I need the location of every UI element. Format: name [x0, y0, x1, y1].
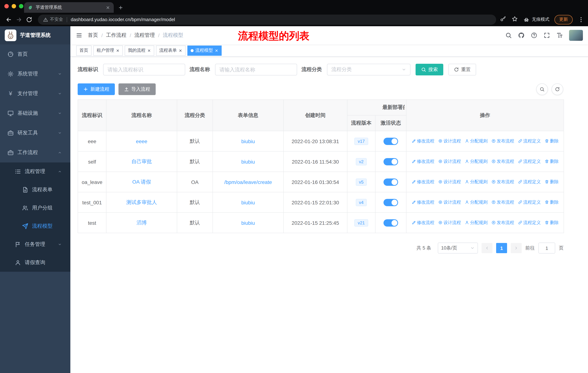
action-assign-rule[interactable]: 分配规则 — [465, 159, 488, 165]
action-publish[interactable]: 发布流程 — [491, 138, 514, 144]
key-input[interactable] — [103, 64, 185, 75]
zoom-window-button[interactable] — [19, 4, 23, 8]
tag-my-flow[interactable]: 我的流程 — [125, 45, 154, 56]
reload-icon[interactable] — [24, 14, 34, 25]
action-definition[interactable]: 流程定义 — [518, 199, 541, 205]
form-link[interactable]: biubiu — [241, 159, 255, 164]
tag-flow-form[interactable]: 流程表单 — [156, 45, 186, 56]
page-size-select[interactable]: 10条/页 — [438, 242, 478, 253]
sidebar-item-leave-query[interactable]: 请假查询 — [0, 253, 70, 272]
action-modify[interactable]: 修改流程 — [411, 138, 434, 144]
reset-button[interactable]: 重置 — [448, 64, 476, 75]
url-text[interactable]: dashboard.yudao.iocoder.cn/bpm/manager/m… — [71, 17, 175, 22]
github-icon[interactable] — [518, 32, 525, 39]
model-name-link[interactable]: 测试多审批人 — [126, 199, 157, 205]
sidebar-item-workflow[interactable]: 工作流程 — [0, 143, 70, 162]
action-publish[interactable]: 发布流程 — [491, 220, 514, 226]
form-link[interactable]: biubiu — [241, 200, 255, 205]
toggle-search-button[interactable] — [536, 83, 548, 95]
form-link[interactable]: biubiu — [241, 138, 255, 144]
avatar[interactable] — [569, 30, 583, 41]
action-assign-rule[interactable]: 分配规则 — [465, 199, 488, 205]
active-toggle[interactable] — [383, 199, 398, 206]
breadcrumb-workflow[interactable]: 工作流程 — [106, 32, 126, 39]
close-icon[interactable] — [215, 49, 218, 52]
action-delete[interactable]: 删除 — [545, 220, 559, 226]
version-tag[interactable]: v5 — [356, 178, 367, 186]
tab-close-icon[interactable] — [106, 5, 110, 10]
sidebar-item-user-group[interactable]: 用户分组 — [0, 199, 70, 217]
action-definition[interactable]: 流程定义 — [518, 220, 541, 226]
action-definition[interactable]: 流程定义 — [518, 179, 541, 185]
import-model-button[interactable]: 导入流程 — [118, 83, 156, 95]
new-tab-button[interactable] — [118, 5, 123, 10]
next-page-button[interactable] — [511, 243, 522, 253]
active-toggle[interactable] — [383, 138, 398, 145]
form-link[interactable]: biubiu — [241, 220, 255, 226]
sidebar-item-devtools[interactable]: 研发工具 — [0, 123, 70, 143]
version-tag[interactable]: v21 — [355, 219, 368, 226]
version-tag[interactable]: v4 — [356, 199, 367, 206]
version-tag[interactable]: v17 — [355, 138, 368, 145]
active-toggle[interactable] — [383, 178, 398, 186]
search-button[interactable]: 搜索 — [416, 64, 443, 75]
action-delete[interactable]: 删除 — [545, 179, 559, 185]
action-modify[interactable]: 修改流程 — [411, 159, 434, 165]
action-definition[interactable]: 流程定义 — [518, 138, 541, 144]
model-name-link[interactable]: 滔博 — [136, 220, 147, 225]
action-delete[interactable]: 删除 — [545, 199, 559, 205]
model-name-link[interactable]: 自己审批 — [131, 158, 152, 164]
version-tag[interactable]: v2 — [356, 158, 367, 165]
tag-home[interactable]: 首页 — [76, 45, 92, 56]
search-icon[interactable] — [505, 32, 512, 39]
action-modify[interactable]: 修改流程 — [411, 179, 434, 185]
action-design[interactable]: 设计流程 — [438, 138, 461, 144]
sidebar-item-infra[interactable]: 基础设施 — [0, 103, 70, 123]
bookmark-star-icon[interactable] — [511, 15, 518, 23]
action-design[interactable]: 设计流程 — [438, 199, 461, 205]
model-name-link[interactable]: eeee — [136, 138, 147, 144]
action-design[interactable]: 设计流程 — [438, 220, 461, 226]
name-input[interactable] — [215, 64, 297, 75]
prev-page-button[interactable] — [482, 243, 493, 253]
sidebar-item-home[interactable]: 首页 — [0, 44, 70, 64]
action-assign-rule[interactable]: 分配规则 — [465, 138, 488, 144]
action-modify[interactable]: 修改流程 — [411, 220, 434, 226]
goto-page-input[interactable] — [538, 242, 555, 253]
minimize-window-button[interactable] — [12, 4, 16, 8]
breadcrumb-flow-management[interactable]: 流程管理 — [135, 32, 155, 39]
key-icon[interactable] — [500, 15, 506, 23]
help-icon[interactable] — [531, 32, 537, 39]
action-publish[interactable]: 发布流程 — [491, 179, 514, 185]
action-assign-rule[interactable]: 分配规则 — [465, 220, 488, 226]
close-icon[interactable] — [147, 49, 151, 52]
sidebar-item-task-management[interactable]: 任务管理 — [0, 235, 70, 253]
sidebar-item-flow-model[interactable]: 流程模型 — [0, 217, 70, 235]
close-window-button[interactable] — [4, 4, 9, 8]
back-icon[interactable] — [4, 14, 14, 25]
action-delete[interactable]: 删除 — [545, 138, 559, 144]
update-button[interactable]: 更新 — [555, 15, 573, 24]
action-design[interactable]: 设计流程 — [438, 159, 461, 165]
logo[interactable]: 芋道管理系统 — [0, 26, 70, 44]
refresh-table-button[interactable] — [552, 83, 563, 95]
create-model-button[interactable]: 新建流程 — [78, 83, 115, 95]
current-page-button[interactable]: 1 — [496, 243, 507, 253]
action-design[interactable]: 设计流程 — [438, 179, 461, 185]
address-bar[interactable]: 不安全 dashboard.yudao.iocoder.cn/bpm/manag… — [38, 14, 496, 25]
action-publish[interactable]: 发布流程 — [491, 199, 514, 205]
font-size-icon[interactable] — [556, 32, 563, 39]
sidebar-item-flow-form[interactable]: 流程表单 — [0, 181, 70, 199]
close-icon[interactable] — [179, 49, 182, 52]
action-delete[interactable]: 删除 — [545, 159, 559, 165]
active-toggle[interactable] — [383, 158, 398, 165]
breadcrumb-home[interactable]: 首页 — [88, 32, 98, 39]
action-assign-rule[interactable]: 分配规则 — [465, 179, 488, 185]
browser-menu-icon[interactable] — [578, 16, 584, 23]
action-modify[interactable]: 修改流程 — [411, 199, 434, 205]
sidebar-item-system[interactable]: 系统管理 — [0, 64, 70, 84]
tag-flow-model[interactable]: 流程模型 — [187, 45, 222, 56]
form-link[interactable]: /bpm/oa/leave/create — [224, 179, 272, 185]
security-status[interactable]: 不安全 — [43, 16, 63, 23]
fullscreen-icon[interactable] — [544, 32, 550, 39]
